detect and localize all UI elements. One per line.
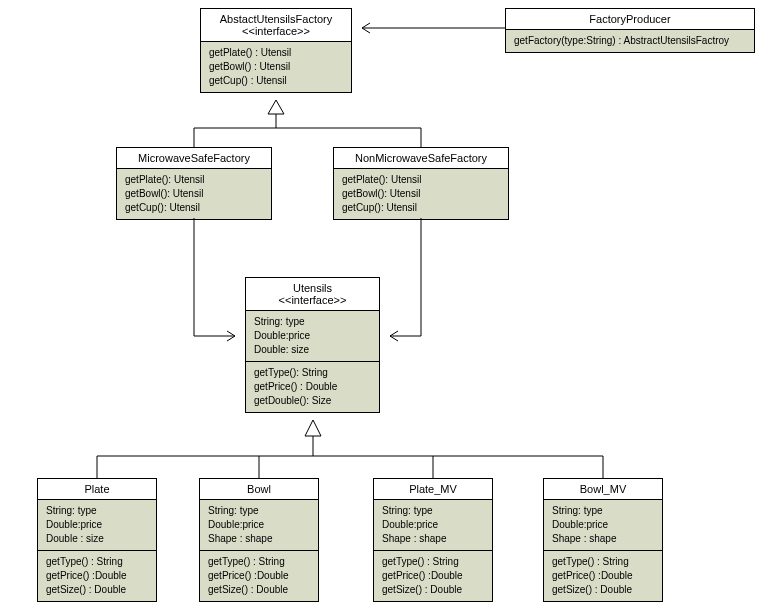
attr: Double:price xyxy=(208,518,310,532)
attr: String: type xyxy=(46,504,148,518)
attr: Double:price xyxy=(46,518,148,532)
class-methods: getPlate(): Utensil getBowl(): Utensil g… xyxy=(334,169,508,219)
class-attrs: String: type Double:price Shape : shape xyxy=(374,500,492,551)
class-name: NonMicrowaveSafeFactory xyxy=(355,152,487,164)
class-name: MicrowaveSafeFactory xyxy=(138,152,250,164)
class-name: AbstactUtensilsFactory xyxy=(220,13,332,25)
method: getType() : String xyxy=(208,555,310,569)
method: getBowl(): Utensil xyxy=(342,187,500,201)
class-name: Plate xyxy=(84,483,109,495)
class-attrs: String: type Double:price Shape : shape xyxy=(200,500,318,551)
class-name: Plate_MV xyxy=(409,483,457,495)
method: getPrice() :Double xyxy=(208,569,310,583)
class-attrs: String: type Double:price Double : size xyxy=(38,500,156,551)
class-methods: getType() : String getPrice() :Double ge… xyxy=(374,551,492,601)
method: getCup() : Utensil xyxy=(209,74,343,88)
method: getPrice() :Double xyxy=(46,569,148,583)
class-methods: getType() : String getPrice() :Double ge… xyxy=(200,551,318,601)
class-title: Plate_MV xyxy=(374,479,492,500)
method: getFactory(type:String) : AbstractUtensi… xyxy=(514,34,746,48)
class-plate: Plate String: type Double:price Double :… xyxy=(37,478,157,602)
class-factory-producer: FactoryProducer getFactory(type:String) … xyxy=(505,8,755,53)
attr: Double:price xyxy=(382,518,484,532)
class-methods: getType() : String getPrice() :Double ge… xyxy=(38,551,156,601)
class-name: Bowl xyxy=(247,483,271,495)
class-name: FactoryProducer xyxy=(589,13,670,25)
attr: String: type xyxy=(382,504,484,518)
svg-marker-1 xyxy=(268,100,284,114)
attr: Double: size xyxy=(254,343,371,357)
class-title: FactoryProducer xyxy=(506,9,754,30)
attr: Double:price xyxy=(254,329,371,343)
class-bowl: Bowl String: type Double:price Shape : s… xyxy=(199,478,319,602)
svg-marker-10 xyxy=(305,420,321,436)
method: getPlate() : Utensil xyxy=(209,46,343,60)
method: getPrice() : Double xyxy=(254,380,371,394)
class-methods: getType() : String getPrice() :Double ge… xyxy=(544,551,662,601)
class-attrs: String: type Double:price Shape : shape xyxy=(544,500,662,551)
attr: Shape : shape xyxy=(208,532,310,546)
class-attrs: String: type Double:price Double: size xyxy=(246,311,379,362)
method: getCup(): Utensil xyxy=(342,201,500,215)
attr: String: type xyxy=(552,504,654,518)
attr: Shape : shape xyxy=(382,532,484,546)
class-microwave-factory: MicrowaveSafeFactory getPlate(): Utensil… xyxy=(116,147,272,220)
method: getType() : String xyxy=(382,555,484,569)
class-name: Bowl_MV xyxy=(580,483,626,495)
method: getType(): String xyxy=(254,366,371,380)
method: getSize() : Double xyxy=(552,583,654,597)
method: getCup(): Utensil xyxy=(125,201,263,215)
class-name: Utensils xyxy=(293,282,332,294)
class-title: NonMicrowaveSafeFactory xyxy=(334,148,508,169)
class-title: Bowl xyxy=(200,479,318,500)
class-methods: getFactory(type:String) : AbstractUtensi… xyxy=(506,30,754,52)
attr: Double : size xyxy=(46,532,148,546)
class-title: Bowl_MV xyxy=(544,479,662,500)
method: getSize() : Double xyxy=(208,583,310,597)
attr: String: type xyxy=(208,504,310,518)
attr: Double:price xyxy=(552,518,654,532)
method: getPlate(): Utensil xyxy=(125,173,263,187)
method: getPrice() :Double xyxy=(552,569,654,583)
class-abstract-factory: AbstactUtensilsFactory <<interface>> get… xyxy=(200,8,352,93)
method: getBowl() : Utensil xyxy=(209,60,343,74)
method: getType() : String xyxy=(46,555,148,569)
class-title: Utensils <<interface>> xyxy=(246,278,379,311)
class-methods: getPlate() : Utensil getBowl() : Utensil… xyxy=(201,42,351,92)
class-methods: getPlate(): Utensil getBowl(): Utensil g… xyxy=(117,169,271,219)
method: getBowl(): Utensil xyxy=(125,187,263,201)
method: getPlate(): Utensil xyxy=(342,173,500,187)
class-bowl-mv: Bowl_MV String: type Double:price Shape … xyxy=(543,478,663,602)
attr: String: type xyxy=(254,315,371,329)
attr: Shape : shape xyxy=(552,532,654,546)
class-stereotype: <<interface>> xyxy=(279,294,347,306)
method: getPrice() :Double xyxy=(382,569,484,583)
class-stereotype: <<interface>> xyxy=(242,25,310,37)
method: getSize() : Double xyxy=(46,583,148,597)
method: getType() : String xyxy=(552,555,654,569)
class-utensils: Utensils <<interface>> String: type Doub… xyxy=(245,277,380,413)
method: getSize() : Double xyxy=(382,583,484,597)
class-title: AbstactUtensilsFactory <<interface>> xyxy=(201,9,351,42)
method: getDouble(): Size xyxy=(254,394,371,408)
class-plate-mv: Plate_MV String: type Double:price Shape… xyxy=(373,478,493,602)
class-methods: getType(): String getPrice() : Double ge… xyxy=(246,362,379,412)
class-nonmicrowave-factory: NonMicrowaveSafeFactory getPlate(): Uten… xyxy=(333,147,509,220)
class-title: Plate xyxy=(38,479,156,500)
class-title: MicrowaveSafeFactory xyxy=(117,148,271,169)
